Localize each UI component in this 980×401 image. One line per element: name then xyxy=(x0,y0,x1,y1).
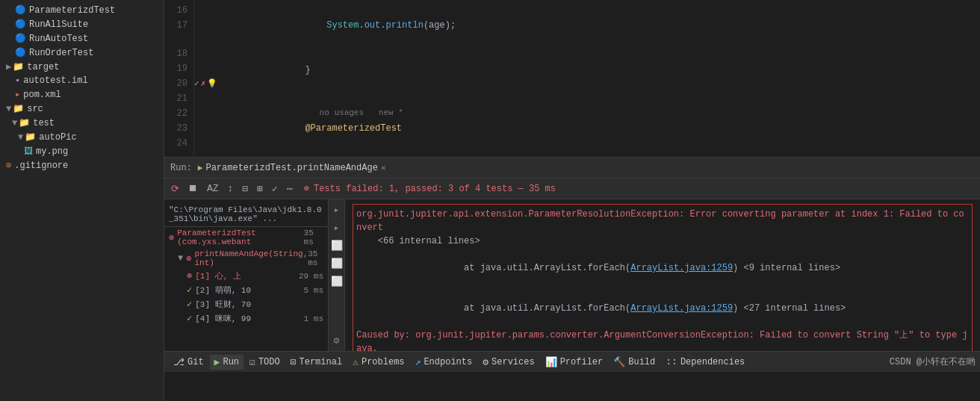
error-box: org.junit.jupiter.api.extension.Paramete… xyxy=(353,204,973,351)
folder-icon: 📁 xyxy=(25,131,36,143)
command-line: "C:\Program Files\Java\jdk1.8.0_351\bin\… xyxy=(164,202,328,227)
services-button[interactable]: ⚙ Services xyxy=(478,355,539,370)
folder-icon: 📁 xyxy=(13,103,24,114)
pass-icon: ✓ xyxy=(187,285,192,296)
link-arraylist-1[interactable]: ArrayList.java:1259 xyxy=(630,263,733,273)
bookmarks-panel: ▸ ▸ ⬜ ⬜ ⬜ ⚙ xyxy=(329,199,345,351)
tree-item-RunOrderTest[interactable]: 🔵 RunOrderTest xyxy=(0,46,164,60)
run-gutter-icon[interactable]: ✓ xyxy=(194,76,199,91)
output-line-5: Caused by: org.junit.jupiter.params.conv… xyxy=(356,329,969,351)
image-icon: 🖼 xyxy=(24,146,33,157)
bookmark-icon-5[interactable]: ⬜ xyxy=(329,274,344,289)
test-item-class[interactable]: ⊗ ParameterizdTest (com.yxs.webant 35 ms xyxy=(164,227,328,248)
link-arraylist-2[interactable]: ArrayList.java:1259 xyxy=(630,303,733,314)
test-item-4[interactable]: ✓ [4] 咪咪, 99 1 ms xyxy=(164,311,328,326)
code-line-hint: no usages new * xyxy=(241,93,980,106)
debug-gutter-icon[interactable]: ✗ xyxy=(201,76,206,91)
line-gutter: ✓ ✗ 💡 xyxy=(194,0,232,157)
collapse-button[interactable]: ⊟ xyxy=(240,181,250,196)
tree-item-target[interactable]: ▶ 📁 target xyxy=(0,60,164,74)
tree-item-my-png[interactable]: 🖼 my.png xyxy=(0,144,164,158)
run-button[interactable]: ▶ Run xyxy=(210,355,244,370)
dependencies-button[interactable]: :: Dependencies xyxy=(661,355,749,369)
rerun-button[interactable]: ⟳ xyxy=(169,181,182,196)
output-line-1: org.junit.jupiter.api.extension.Paramete… xyxy=(356,208,969,234)
bookmark-icon-3[interactable]: ⬜ xyxy=(329,238,344,253)
tree-item-autoPic[interactable]: ▼ 📁 autoPic xyxy=(0,130,164,144)
profiler-icon: 📊 xyxy=(545,356,557,368)
run-toolbar: ⟳ ⏹ AZ ↕ ⊟ ⊞ ✓ ⋯ ⊗ Tests failed: 1, pass… xyxy=(164,178,980,199)
bottom-toolbar: ⎇ Git ▶ Run ☑ TODO ⊡ Terminal ⚠ Problems… xyxy=(164,351,980,372)
sort-duration-button[interactable]: ↕ xyxy=(226,181,236,196)
expand-button[interactable]: ⊞ xyxy=(255,181,265,196)
fail-icon: ⊗ xyxy=(187,270,192,282)
services-icon: ⚙ xyxy=(483,356,489,368)
tree-item-pom-xml[interactable]: ▸ pom.xml xyxy=(0,87,164,102)
close-tab-button[interactable]: ✕ xyxy=(381,163,386,172)
main-container: 🔵 ParameterizdTest 🔵 RunAllSuite 🔵 RunAu… xyxy=(0,0,980,401)
endpoint-icon: ↗ xyxy=(415,356,421,368)
code-editor: 16 17 18 19 20 21 22 23 24 xyxy=(164,0,980,157)
profiler-button[interactable]: 📊 Profiler xyxy=(541,355,608,370)
fail-icon: ⊗ xyxy=(304,183,309,194)
code-line-19: @CsvSource(value = {"心,上,20","萌萌,10","旺财… xyxy=(241,151,980,157)
git-icon: ⎇ xyxy=(173,356,184,368)
tree-item-test[interactable]: ▼ 📁 test xyxy=(0,116,164,130)
run-content: "C:\Program Files\Java\jdk1.8.0_351\bin\… xyxy=(164,199,980,351)
tree-item-RunAllSuite[interactable]: 🔵 RunAllSuite xyxy=(0,17,164,31)
fail-icon: ⊗ xyxy=(186,253,191,264)
test-item-1[interactable]: ⊗ [1] 心, 上 29 ms xyxy=(164,269,328,283)
output-line-2: <66 internal lines> xyxy=(356,234,969,248)
stop-button[interactable]: ⏹ xyxy=(186,181,200,196)
bookmark-icon-1[interactable]: ▸ xyxy=(332,202,341,217)
todo-button[interactable]: ☑ TODO xyxy=(245,355,285,370)
warning-gutter-icon[interactable]: 💡 xyxy=(207,76,217,91)
warning-icon: ⚠ xyxy=(353,356,359,368)
output-line-3: at java.util.ArrayList.forEach(ArrayList… xyxy=(356,248,969,288)
tree-item-autotest-iml[interactable]: ▪ autotest.iml xyxy=(0,74,164,87)
folder-icon: 📁 xyxy=(19,117,30,128)
show-passed-button[interactable]: ✓ xyxy=(270,181,280,196)
run-label: Run: xyxy=(170,163,192,173)
test-status: Tests failed: 1, passed: 3 of 4 tests — … xyxy=(314,184,556,194)
run-header: Run: ▶ ParameterizdTest.printNameAndAge … xyxy=(164,158,980,178)
pass-icon: ✓ xyxy=(187,313,192,324)
tree-item-gitignore[interactable]: ⊙ .gitignore xyxy=(0,158,164,172)
build-icon: 🔨 xyxy=(613,356,625,368)
build-button[interactable]: 🔨 Build xyxy=(609,355,660,370)
output-area[interactable]: org.junit.jupiter.api.extension.Paramete… xyxy=(345,199,980,351)
run-icon: 🔵 xyxy=(15,47,26,58)
fail-icon: ⊗ xyxy=(169,232,174,243)
pass-icon: ✓ xyxy=(187,299,192,310)
xml-icon: ▸ xyxy=(15,89,20,100)
class-icon: 🔵 xyxy=(15,4,26,16)
bookmark-icon-2[interactable]: ▸ xyxy=(332,220,341,235)
terminal-icon: ⊡ xyxy=(291,356,297,368)
code-content[interactable]: System.out.println(age); } no usages new… xyxy=(232,0,980,157)
endpoints-button[interactable]: ↗ Endpoints xyxy=(411,355,477,370)
run-panel: Run: ▶ ParameterizdTest.printNameAndAge … xyxy=(164,157,980,351)
test-item-3[interactable]: ✓ [3] 旺财, 70 xyxy=(164,297,328,311)
tree-item-ParameterizdTest[interactable]: 🔵 ParameterizdTest xyxy=(0,3,164,17)
editor-area: 16 17 18 19 20 21 22 23 24 xyxy=(164,0,980,401)
iml-icon: ▪ xyxy=(15,75,20,86)
tree-item-src[interactable]: ▼ 📁 src xyxy=(0,102,164,116)
code-line-17: } xyxy=(241,48,980,93)
bookmark-icon-4[interactable]: ⬜ xyxy=(329,256,344,271)
test-item-2[interactable]: ✓ [2] 萌萌, 10 5 ms xyxy=(164,283,328,297)
run-icon: ▶ xyxy=(214,356,220,368)
bookmark-settings[interactable]: ⚙ xyxy=(332,333,341,348)
more-button[interactable]: ⋯ xyxy=(285,181,295,196)
terminal-button[interactable]: ⊡ Terminal xyxy=(286,355,347,370)
sort-alpha-button[interactable]: AZ xyxy=(205,181,221,196)
git-button[interactable]: ⎇ Git xyxy=(169,355,208,370)
status-position: CSDN @小轩在不在哟 xyxy=(890,355,976,368)
folder-icon: 📁 xyxy=(13,61,24,72)
problems-button[interactable]: ⚠ Problems xyxy=(348,355,409,370)
run-tab[interactable]: ▶ ParameterizdTest.printNameAndAge ✕ xyxy=(198,163,386,173)
test-item-method[interactable]: ▼ ⊗ printNameAndAge(String, int) 35 ms xyxy=(164,248,328,269)
todo-icon: ☑ xyxy=(249,356,255,368)
tree-item-RunAutoTest[interactable]: 🔵 RunAutoTest xyxy=(0,31,164,46)
git-icon: ⊙ xyxy=(6,160,11,171)
code-line-16: System.out.println(age); xyxy=(241,3,980,48)
